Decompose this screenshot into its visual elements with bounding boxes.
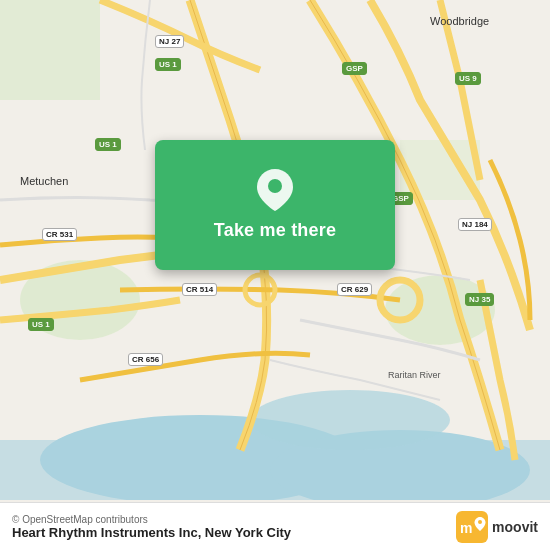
svg-rect-4 (0, 0, 100, 100)
badge-us1-top: US 1 (155, 58, 181, 71)
map-container: Metuchen Woodbridge Raritan River US 1 U… (0, 0, 550, 550)
badge-cr629: CR 629 (337, 283, 372, 296)
badge-cr531: CR 531 (42, 228, 77, 241)
info-bar-left: © OpenStreetMap contributors Heart Rhyth… (12, 514, 291, 540)
badge-us1-bot: US 1 (28, 318, 54, 331)
svg-point-3 (250, 390, 450, 450)
badge-gsp-top: GSP (342, 62, 367, 75)
svg-point-13 (478, 520, 482, 524)
moovit-logo: m moovit (456, 511, 538, 543)
location-pin-icon (255, 170, 295, 210)
svg-rect-2 (0, 440, 550, 500)
svg-text:m: m (460, 520, 472, 536)
moovit-logo-icon: m (456, 511, 488, 543)
badge-nj35: NJ 35 (465, 293, 494, 306)
take-me-there-button[interactable]: Take me there (214, 220, 336, 241)
info-bar: © OpenStreetMap contributors Heart Rhyth… (0, 502, 550, 550)
badge-cr656: CR 656 (128, 353, 163, 366)
badge-us1-mid: US 1 (95, 138, 121, 151)
take-me-there-card[interactable]: Take me there (155, 140, 395, 270)
location-name-text: Heart Rhythm Instruments Inc, New York C… (12, 525, 291, 540)
badge-cr514: CR 514 (182, 283, 217, 296)
svg-point-10 (268, 179, 282, 193)
attribution-text: © OpenStreetMap contributors (12, 514, 291, 525)
badge-nj184: NJ 184 (458, 218, 492, 231)
badge-nj27: NJ 27 (155, 35, 184, 48)
badge-us9: US 9 (455, 72, 481, 85)
moovit-text: moovit (492, 519, 538, 535)
